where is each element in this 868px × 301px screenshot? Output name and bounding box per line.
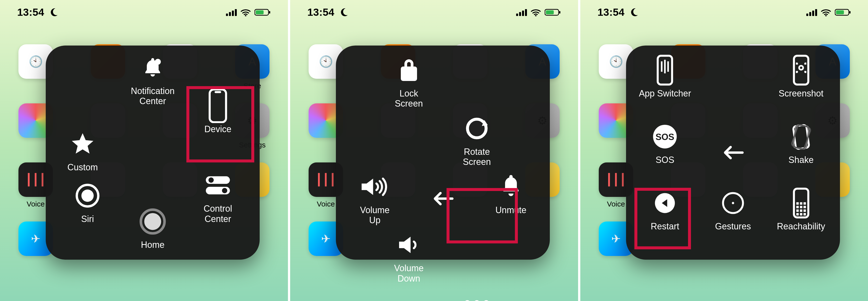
screenshot-button[interactable]: Screenshot [769,55,833,117]
svg-point-8 [155,59,161,65]
svg-rect-64 [800,213,802,216]
svg-rect-7 [269,11,270,13]
status-bar: 13:54 [290,0,578,25]
status-bar: 13:54 [0,0,288,25]
wifi-icon [820,8,831,16]
svg-rect-63 [796,213,799,216]
wifi-icon [240,8,251,16]
gestures-icon [718,188,748,218]
unmute-button[interactable]: Unmute [479,172,542,225]
svg-rect-59 [803,206,806,208]
item-label: LockScreen [395,88,423,109]
svg-point-18 [222,188,227,193]
siri-button[interactable]: Siri [53,181,122,224]
item-label: NotificationCenter [131,86,175,106]
svg-rect-65 [803,213,806,216]
svg-rect-0 [226,13,228,16]
sos-button[interactable]: SOS SOS [633,122,696,183]
svg-point-35 [825,15,827,16]
svg-rect-54 [796,202,799,205]
more-button[interactable]: More [462,289,492,301]
svg-rect-33 [812,10,814,16]
svg-rect-2 [232,10,234,16]
restart-icon [650,188,680,218]
back-button[interactable] [702,122,765,183]
back-arrow-icon [428,184,458,213]
clock-time: 13:54 [307,6,334,18]
home-button[interactable]: Home [118,207,187,250]
svg-rect-55 [800,202,802,205]
svg-rect-56 [803,202,806,205]
assistive-touch-more-panel: App Switcher Screenshot SOS SOS Shake [626,46,840,259]
restart-button[interactable]: Restart [633,188,696,250]
svg-rect-31 [806,13,808,16]
svg-rect-38 [849,11,850,13]
rotate-icon [462,114,492,143]
item-label: Unmute [495,205,526,215]
svg-point-12 [82,190,94,202]
shake-icon [786,122,816,152]
screenshot-2: 13:54 🕙 A ⚙︎ ┃┃┃Voice ✈︎ [290,0,578,301]
home-button-icon [138,207,167,236]
svg-rect-32 [809,12,811,16]
svg-text:SOS: SOS [656,132,674,142]
assistive-touch-device-panel: LockScreen RotateScreen VolumeUp Unmute [336,46,550,259]
app-switcher-button[interactable]: App Switcher [633,55,696,117]
svg-point-27 [468,119,486,138]
svg-rect-1 [229,12,231,16]
rotate-screen-button[interactable]: RotateScreen [462,114,492,167]
item-label: Custom [67,162,98,172]
svg-rect-57 [796,206,799,208]
control-center-button[interactable]: ControlCenter [183,170,252,224]
svg-rect-26 [559,11,560,13]
svg-rect-25 [546,10,554,14]
gestures-button[interactable]: Gestures [702,188,765,250]
shake-button[interactable]: Shake [769,122,833,183]
svg-rect-9 [210,89,226,122]
item-label: RotateScreen [463,147,491,167]
svg-rect-10 [215,91,221,93]
item-label: Reachability [777,221,825,231]
cellular-icon [806,9,817,16]
lock-screen-button[interactable]: LockScreen [394,55,424,109]
volume-up-button[interactable]: VolumeUp [343,172,406,225]
item-label: Restart [651,221,679,231]
cellular-icon [516,9,527,16]
toggles-icon [203,170,232,200]
device-button[interactable]: Device [183,91,252,134]
item-label: App Switcher [639,88,691,99]
item-label: VolumeUp [360,205,390,225]
item-label: VolumeDown [394,263,424,283]
volume-down-icon [394,230,424,259]
volume-up-icon [360,172,390,201]
item-label: Siri [81,214,94,224]
item-label: Device [204,124,231,134]
clock-time: 13:54 [17,6,44,18]
notification-center-button[interactable]: NotificationCenter [118,53,187,106]
svg-point-44 [799,66,803,70]
clock-time: 13:54 [597,6,625,18]
svg-point-16 [209,177,214,183]
screenshot-1: 13:54 🕙 AStore [0,0,288,301]
sos-icon: SOS [650,122,680,152]
battery-icon [545,8,561,16]
svg-point-14 [144,213,161,230]
custom-button[interactable]: Custom [48,129,117,172]
moon-dnd-icon [629,7,639,17]
svg-rect-3 [235,9,237,16]
battery-icon [835,8,851,16]
wifi-icon [530,8,541,16]
reachability-button[interactable]: Reachability [769,188,833,250]
bell-badge-icon [138,53,167,82]
screenshot-icon [786,55,816,85]
svg-rect-6 [256,10,264,14]
svg-point-52 [732,202,734,204]
more-dots-icon [462,289,492,301]
svg-point-4 [245,15,246,16]
volume-down-button[interactable]: VolumeDown [394,230,424,283]
svg-rect-37 [836,10,844,14]
svg-rect-58 [800,206,802,208]
battery-icon [254,8,271,16]
back-button[interactable] [411,172,474,225]
svg-rect-60 [796,210,799,212]
